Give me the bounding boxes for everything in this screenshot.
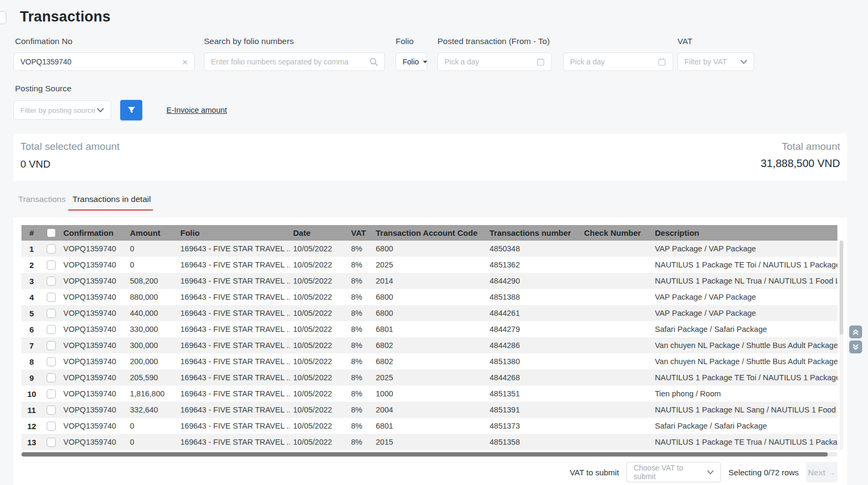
confirmation-label: Confimation No [15, 37, 72, 46]
folio-search-input[interactable]: Enter folio numbers separated by comma [204, 53, 385, 71]
table-row: 13 VOPQ1359740 0 169643 - FIVE STAR TRAV… [21, 434, 837, 450]
posted-to-placeholder: Pick a day [570, 57, 605, 66]
row-checkbox[interactable] [47, 422, 56, 431]
row-checkbox[interactable] [47, 438, 56, 447]
vertical-scrollbar-thumb[interactable] [840, 241, 843, 335]
cell-amount: 880,000 [127, 293, 177, 301]
cell-confirmation: VOPQ1359740 [60, 438, 127, 446]
row-checkbox[interactable] [47, 406, 56, 415]
row-checkbox[interactable] [47, 325, 56, 334]
vertical-scrollbar-track[interactable] [840, 241, 843, 450]
cell-account-code: 2004 [373, 406, 486, 414]
posted-to-datepicker[interactable]: Pick a day [563, 53, 673, 71]
vat-to-submit-dropdown[interactable]: Choose VAT to submit [626, 462, 721, 482]
vat-to-submit-label: VAT to submit [570, 468, 619, 477]
cell-vat: 8% [348, 438, 373, 446]
folio-dropdown-label: Folio [403, 57, 419, 66]
cell-description: Tien phong / Room [652, 389, 837, 398]
posted-from-datepicker[interactable]: Pick a day [437, 53, 552, 71]
cell-description: NAUTILUS 1 Package NL Trua / NAUTILUS 1 … [652, 277, 837, 285]
cell-folio: 169643 - FIVE STAR TRAVEL ... [177, 260, 290, 269]
row-checkbox[interactable] [47, 309, 56, 318]
cell-description: VAP Package / VAP Package [652, 309, 837, 317]
cell-amount: 300,000 [127, 341, 177, 350]
tab-transactions-in-detail[interactable]: Transactions in detail [72, 194, 151, 204]
table-row: 11 VOPQ1359740 332,640 169643 - FIVE STA… [21, 402, 837, 418]
horizontal-scrollbar-thumb[interactable] [21, 452, 828, 457]
cell-folio: 169643 - FIVE STAR TRAVEL ... [177, 277, 290, 285]
cell-description: Van chuyen NL Package / Shuttle Bus Adul… [652, 341, 837, 350]
cell-account-code: 2015 [373, 438, 486, 446]
row-index: 12 [21, 422, 42, 431]
folio-dropdown-button[interactable]: Folio [396, 53, 427, 71]
double-chevron-up-icon [852, 328, 859, 336]
column-header-index: # [21, 228, 42, 237]
chevron-down-icon [97, 108, 104, 113]
cell-description: NAUTILUS 1 Package TE Toi / NAUTILUS 1 P… [652, 260, 837, 269]
clear-icon[interactable]: × [182, 57, 188, 67]
cell-description: VAP Package / VAP Package [652, 293, 837, 301]
table-header-row: # Confirmation Amount Folio Date VAT Tra… [21, 225, 837, 241]
select-all-checkbox[interactable] [47, 228, 56, 237]
row-index: 5 [21, 309, 42, 318]
cell-txn-number: 4844261 [486, 309, 581, 317]
row-checkbox[interactable] [47, 293, 56, 302]
vat-filter-dropdown[interactable]: Filter by VAT [677, 53, 754, 71]
row-checkbox[interactable] [47, 357, 56, 366]
horizontal-scrollbar-track[interactable] [21, 452, 837, 457]
tab-transactions[interactable]: Transactions [18, 194, 65, 204]
cell-description: NAUTILUS 1 Package TE Toi / NAUTILUS 1 P… [652, 373, 837, 382]
partial-edge-element[interactable] [0, 11, 6, 24]
row-checkbox[interactable] [47, 341, 56, 350]
calendar-icon [536, 57, 545, 66]
vat-to-submit-placeholder: Choose VAT to submit [633, 464, 707, 481]
cell-folio: 169643 - FIVE STAR TRAVEL ... [177, 293, 290, 301]
row-index: 13 [21, 438, 42, 447]
calendar-icon [658, 57, 666, 66]
column-header-account-code: Transaction Account Code [373, 228, 486, 237]
posting-source-dropdown[interactable]: Filter by posting source [13, 100, 111, 120]
cell-txn-number: 4851388 [486, 293, 581, 301]
scroll-to-top-button[interactable] [849, 325, 862, 338]
cell-txn-number: 4851380 [486, 357, 581, 366]
cell-description: NAUTILUS 1 Package NL Sang / NAUTILUS 1 … [652, 406, 837, 414]
table-row: 1 VOPQ1359740 0 169643 - FIVE STAR TRAVE… [21, 241, 837, 257]
cell-date: 10/05/2022 [290, 438, 348, 446]
table-row: 12 VOPQ1359740 0 169643 - FIVE STAR TRAV… [21, 418, 837, 434]
cell-confirmation: VOPQ1359740 [60, 260, 127, 269]
column-header-confirmation: Confirmation [60, 228, 127, 237]
cell-vat: 8% [348, 325, 373, 334]
table-row: 5 VOPQ1359740 440,000 169643 - FIVE STAR… [21, 305, 837, 321]
cell-folio: 169643 - FIVE STAR TRAVEL ... [177, 422, 290, 430]
column-header-vat: VAT [348, 228, 373, 237]
row-checkbox[interactable] [47, 373, 56, 382]
row-checkbox[interactable] [47, 389, 56, 399]
table-row: 3 VOPQ1359740 508,200 169643 - FIVE STAR… [21, 273, 837, 289]
confirmation-input[interactable]: VOPQ1359740 × [13, 53, 195, 71]
next-button[interactable]: Next → [806, 462, 837, 482]
cell-date: 10/05/2022 [290, 357, 348, 366]
cell-vat: 8% [348, 389, 373, 398]
table-row: 10 VOPQ1359740 1,816,800 169643 - FIVE S… [21, 386, 837, 402]
table-row: 9 VOPQ1359740 205,590 169643 - FIVE STAR… [21, 370, 837, 386]
total-amount-label: Total amount [782, 141, 840, 153]
column-header-folio: Folio [177, 228, 290, 237]
cell-account-code: 6800 [373, 293, 486, 301]
scroll-to-bottom-button[interactable] [849, 341, 862, 353]
total-amount-value: 31,888,500 VND [761, 157, 840, 170]
cell-amount: 0 [127, 260, 177, 269]
row-checkbox[interactable] [47, 260, 56, 270]
cell-txn-number: 4851358 [486, 438, 581, 446]
apply-filter-button[interactable] [120, 100, 142, 120]
vat-label: VAT [677, 37, 692, 46]
cell-folio: 169643 - FIVE STAR TRAVEL ... [177, 309, 290, 317]
row-checkbox[interactable] [47, 277, 56, 286]
cell-amount: 1,816,800 [127, 389, 177, 398]
einvoice-amount-link[interactable]: E-Invoice amount [166, 106, 227, 114]
table-body: 1 VOPQ1359740 0 169643 - FIVE STAR TRAVE… [21, 241, 837, 450]
cell-confirmation: VOPQ1359740 [60, 422, 127, 430]
cell-account-code: 6802 [373, 357, 486, 366]
total-selected-label: Total selected amount [20, 141, 120, 153]
row-checkbox[interactable] [47, 244, 56, 254]
confirmation-value: VOPQ1359740 [20, 57, 71, 66]
